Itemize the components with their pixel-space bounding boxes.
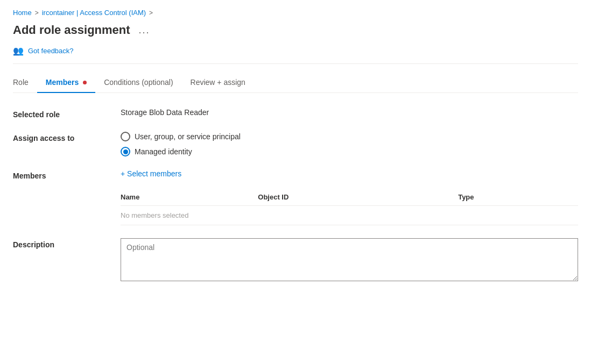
tab-members-label: Members — [46, 78, 79, 87]
no-members-text: No members selected — [121, 206, 578, 225]
assign-access-label: Assign access to — [13, 132, 121, 156]
no-members-row: No members selected — [121, 206, 578, 225]
col-header-type: Type — [458, 189, 578, 206]
tab-conditions-label: Conditions (optional) — [104, 78, 173, 87]
col-header-name: Name — [121, 189, 258, 206]
selected-role-value: Storage Blob Data Reader — [121, 108, 578, 119]
members-table: Name Object ID Type No members selected — [121, 189, 578, 225]
tab-review-label: Review + assign — [191, 78, 245, 87]
feedback-icon: 👥 — [13, 46, 24, 56]
description-field-wrapper — [121, 238, 578, 283]
feedback-label: Got feedback? — [28, 47, 74, 55]
radio-managed-identity-circle — [121, 147, 130, 156]
feedback-row[interactable]: 👥 Got feedback? — [13, 46, 578, 64]
tab-review[interactable]: Review + assign — [182, 73, 254, 93]
more-options-button[interactable]: ... — [136, 24, 153, 37]
description-textarea[interactable] — [121, 238, 578, 281]
form-section: Selected role Storage Blob Data Reader A… — [13, 108, 578, 283]
assign-access-options: User, group, or service principal Manage… — [121, 132, 578, 156]
description-label: Description — [13, 238, 121, 283]
tab-members-dot — [83, 81, 87, 84]
radio-user-group-circle — [121, 132, 130, 141]
breadcrumb-home[interactable]: Home — [13, 9, 32, 17]
radio-managed-identity-label: Managed identity — [135, 147, 192, 156]
select-members-button[interactable]: + Select members — [121, 169, 578, 178]
page-title-row: Add role assignment ... — [13, 23, 578, 37]
members-section: + Select members Name Object ID Type No … — [121, 169, 578, 225]
breadcrumb: Home > ircontainer | Access Control (IAM… — [13, 9, 578, 17]
radio-user-group[interactable]: User, group, or service principal — [121, 132, 578, 141]
tab-members[interactable]: Members — [37, 73, 95, 93]
page-title: Add role assignment — [13, 23, 130, 37]
members-label: Members — [13, 169, 121, 225]
radio-user-group-label: User, group, or service principal — [135, 132, 241, 141]
breadcrumb-separator-2: > — [149, 9, 153, 17]
breadcrumb-separator-1: > — [35, 9, 39, 17]
selected-role-label: Selected role — [13, 108, 121, 119]
tabs-row: Role Members Conditions (optional) Revie… — [13, 73, 578, 93]
tab-role-label: Role — [13, 78, 29, 87]
col-header-object-id: Object ID — [258, 189, 458, 206]
tab-conditions[interactable]: Conditions (optional) — [95, 73, 181, 93]
breadcrumb-container[interactable]: ircontainer | Access Control (IAM) — [42, 9, 146, 17]
tab-role[interactable]: Role — [13, 73, 37, 93]
radio-managed-identity[interactable]: Managed identity — [121, 147, 578, 156]
